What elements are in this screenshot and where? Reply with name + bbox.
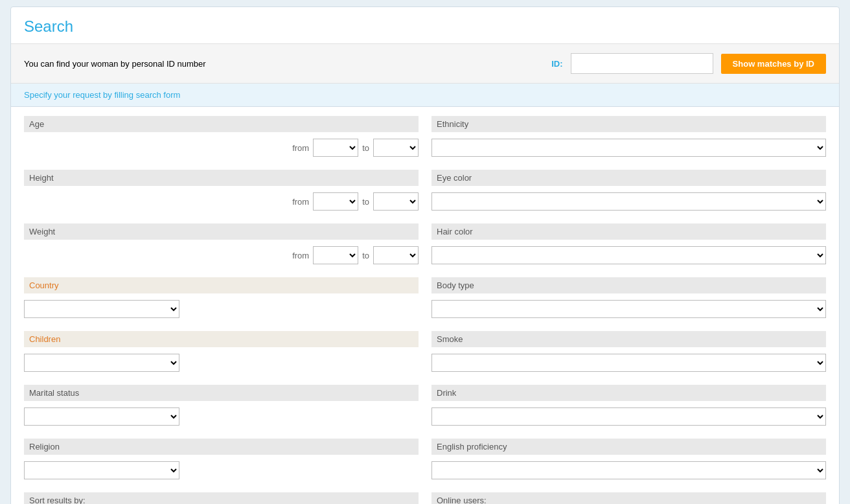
children-row bbox=[24, 351, 419, 376]
field-group-height: Height from to bbox=[24, 170, 419, 214]
english-proficiency-select[interactable] bbox=[431, 461, 826, 479]
country-row bbox=[24, 297, 419, 322]
age-label: Age bbox=[24, 116, 419, 132]
smoke-row bbox=[431, 351, 826, 376]
drink-row bbox=[431, 405, 826, 430]
religion-row bbox=[24, 459, 419, 483]
english-proficiency-row bbox=[431, 459, 826, 483]
drink-select[interactable] bbox=[431, 407, 826, 426]
field-group-online-users: Online users: bbox=[431, 492, 826, 504]
id-search-description: You can find your woman by personal ID n… bbox=[24, 59, 206, 69]
field-group-drink: Drink bbox=[431, 385, 826, 430]
weight-to-label: to bbox=[362, 251, 369, 260]
id-search-bar: You can find your woman by personal ID n… bbox=[11, 44, 839, 84]
page-container: Search You can find your woman by person… bbox=[10, 6, 840, 504]
hair-color-select[interactable] bbox=[431, 246, 826, 264]
eye-color-row bbox=[431, 190, 826, 214]
field-group-weight: Weight from to bbox=[24, 223, 419, 268]
field-group-sort: Sort results by: Last Entries Newest Old… bbox=[24, 492, 419, 504]
body-type-label: Body type bbox=[431, 277, 826, 293]
show-matches-button[interactable]: Show matches by ID bbox=[721, 54, 826, 74]
field-group-english-proficiency: English proficiency bbox=[431, 439, 826, 483]
field-group-children: Children bbox=[24, 331, 419, 376]
height-row: from to bbox=[24, 190, 419, 214]
smoke-select[interactable] bbox=[431, 354, 826, 372]
specify-bar: Specify your request by filling search f… bbox=[11, 84, 839, 107]
field-group-hair-color: Hair color bbox=[431, 223, 826, 268]
height-from-label: from bbox=[292, 197, 309, 207]
marital-status-row bbox=[24, 405, 419, 430]
field-group-country: Country bbox=[24, 277, 419, 322]
marital-status-select[interactable] bbox=[24, 407, 179, 426]
field-group-ethnicity: Ethnicity bbox=[431, 116, 826, 161]
height-to-label: to bbox=[362, 197, 369, 207]
page-header: Search bbox=[11, 7, 839, 44]
marital-status-label: Marital status bbox=[24, 385, 419, 401]
weight-from-select[interactable] bbox=[313, 246, 358, 264]
id-search-right: ID: Show matches by ID bbox=[551, 53, 826, 74]
hair-color-label: Hair color bbox=[431, 223, 826, 240]
children-label: Children bbox=[24, 331, 419, 347]
country-label: Country bbox=[24, 277, 419, 293]
english-proficiency-label: English proficiency bbox=[431, 439, 826, 455]
specify-text: Specify your request by filling search f… bbox=[24, 90, 180, 100]
age-from-label: from bbox=[292, 143, 309, 153]
height-from-select[interactable] bbox=[313, 192, 358, 211]
body-type-select[interactable] bbox=[431, 300, 826, 318]
country-select[interactable] bbox=[24, 300, 179, 318]
sort-label: Sort results by: bbox=[24, 492, 419, 504]
religion-label: Religion bbox=[24, 439, 419, 455]
right-column: Ethnicity Eye color Hair color bbox=[431, 107, 826, 504]
weight-to-select[interactable] bbox=[373, 246, 419, 264]
id-label: ID: bbox=[551, 59, 562, 69]
eye-color-select[interactable] bbox=[431, 192, 826, 211]
age-to-label: to bbox=[362, 143, 369, 153]
eye-color-label: Eye color bbox=[431, 170, 826, 186]
height-label: Height bbox=[24, 170, 419, 186]
ethnicity-label: Ethnicity bbox=[431, 116, 826, 132]
ethnicity-row bbox=[431, 136, 826, 161]
id-input[interactable] bbox=[571, 53, 713, 74]
hair-color-row bbox=[431, 244, 826, 268]
religion-select[interactable] bbox=[24, 461, 179, 479]
weight-label: Weight bbox=[24, 223, 419, 240]
page-title: Search bbox=[24, 17, 826, 36]
children-select[interactable] bbox=[24, 354, 179, 372]
field-group-marital-status: Marital status bbox=[24, 385, 419, 430]
height-to-select[interactable] bbox=[373, 192, 419, 211]
field-group-age: Age from to bbox=[24, 116, 419, 161]
weight-row: from to bbox=[24, 244, 419, 268]
smoke-label: Smoke bbox=[431, 331, 826, 347]
weight-from-label: from bbox=[292, 251, 309, 260]
drink-label: Drink bbox=[431, 385, 826, 401]
form-columns: Age from to Height from to bbox=[24, 107, 826, 504]
field-group-smoke: Smoke bbox=[431, 331, 826, 376]
left-column: Age from to Height from to bbox=[24, 107, 419, 504]
field-group-religion: Religion bbox=[24, 439, 419, 483]
body-type-row bbox=[431, 297, 826, 322]
online-users-label: Online users: bbox=[431, 492, 826, 504]
age-row: from to bbox=[24, 136, 419, 161]
field-group-body-type: Body type bbox=[431, 277, 826, 322]
age-to-select[interactable] bbox=[373, 139, 419, 157]
ethnicity-select[interactable] bbox=[431, 139, 826, 157]
field-group-eye-color: Eye color bbox=[431, 170, 826, 214]
search-form: Age from to Height from to bbox=[11, 107, 839, 504]
age-from-select[interactable] bbox=[313, 139, 358, 157]
